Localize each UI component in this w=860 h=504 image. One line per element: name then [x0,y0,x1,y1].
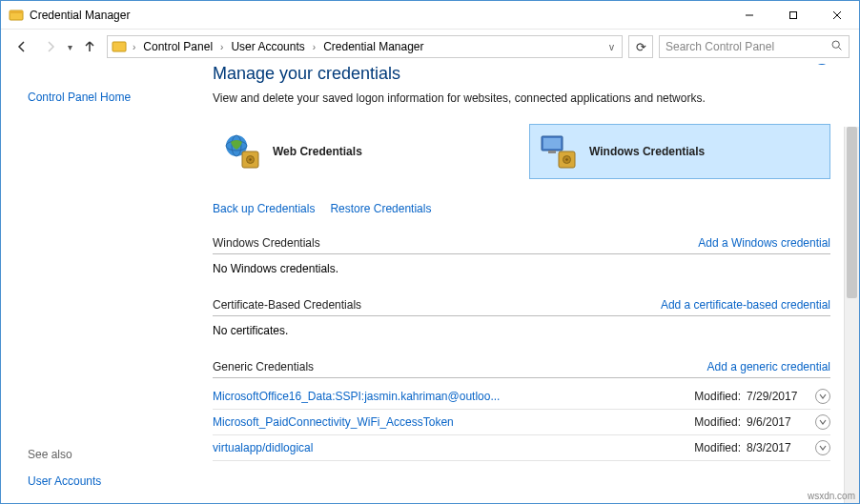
path-sep-icon: › [131,42,137,52]
credential-row[interactable]: Microsoft_PaidConnectivity_WiFi_AccessTo… [213,410,830,435]
help-icon[interactable]: ? [813,64,830,65]
svg-rect-16 [543,138,561,149]
help-row: ? [813,64,853,70]
app-icon [9,8,24,23]
add-generic-credential-link[interactable]: Add a generic credential [707,360,830,373]
svg-rect-17 [548,151,556,153]
credential-actions: Back up Credentials Restore Credentials [213,202,830,215]
restore-credentials-link[interactable]: Restore Credentials [330,202,431,215]
credential-name: Microsoft_PaidConnectivity_WiFi_AccessTo… [213,415,694,429]
globe-safe-icon [223,132,261,171]
backup-credentials-link[interactable]: Back up Credentials [213,202,315,215]
forward-button[interactable] [39,35,62,58]
scroll-thumb[interactable] [847,127,857,298]
body: Control Panel Home See also User Account… [1,64,859,504]
section-title: Windows Credentials [213,236,320,250]
page-subtitle: View and delete your saved logon informa… [213,91,830,105]
windows-credentials-tile[interactable]: Windows Credentials [529,124,830,179]
modified-label: Modified: [694,390,741,403]
path-sep-icon: › [218,42,225,52]
address-dropdown-icon[interactable]: v [605,42,618,52]
page-title: Manage your credentials [213,64,830,84]
titlebar: Credential Manager [1,1,859,30]
modified-date: 9/6/2017 [747,415,808,429]
generic-credentials-section: Generic Credentials Add a generic creden… [213,360,830,461]
chevron-down-icon[interactable] [815,440,830,455]
up-button[interactable] [78,35,101,58]
windows-credentials-section: Windows Credentials Add a Windows creden… [213,236,830,277]
search-placeholder: Search Control Panel [665,40,774,53]
credential-name: MicrosoftOffice16_Data:SSPI:jasmin.kahri… [213,390,694,403]
web-credentials-tile[interactable]: Web Credentials [213,124,514,179]
windows-credentials-label: Windows Credentials [589,145,705,158]
chevron-down-icon[interactable] [815,389,830,404]
refresh-button[interactable]: ⟳ [628,35,653,58]
svg-point-20 [565,158,567,160]
svg-line-8 [839,48,842,50]
modified-date: 7/29/2017 [747,390,808,403]
window-title: Credential Manager [30,9,727,22]
credential-row[interactable]: virtualapp/didlogical Modified: 8/3/2017 [213,435,830,461]
modified-label: Modified: [694,441,741,454]
svg-rect-6 [113,42,126,51]
section-title: Certificate-Based Credentials [213,298,361,312]
minimize-button[interactable] [727,1,771,30]
vertical-scrollbar[interactable] [844,127,859,504]
breadcrumb-control-panel[interactable]: Control Panel [141,40,215,53]
control-panel-home-link[interactable]: Control Panel Home [28,91,182,104]
search-icon [830,39,843,54]
svg-point-14 [249,158,251,160]
user-accounts-link[interactable]: User Accounts [28,474,182,488]
path-sep-icon: › [311,42,317,52]
credential-tiles: Web Credentials Windows Credentials [213,124,830,179]
add-windows-credential-link[interactable]: Add a Windows credential [698,236,830,250]
section-title: Generic Credentials [213,360,314,373]
watermark: wsxdn.com [808,491,855,501]
window-controls [727,1,859,30]
breadcrumb-credential-manager[interactable]: Credential Manager [321,40,425,53]
search-input[interactable]: Search Control Panel [659,35,850,58]
credential-row[interactable]: MicrosoftOffice16_Data:SSPI:jasmin.kahri… [213,384,830,410]
chevron-down-icon[interactable] [815,414,830,430]
sidebar: Control Panel Home See also User Account… [1,64,201,504]
svg-rect-1 [10,10,23,13]
breadcrumb-user-accounts[interactable]: User Accounts [229,40,306,53]
modified-label: Modified: [694,415,741,429]
svg-rect-3 [790,11,797,18]
address-bar[interactable]: › Control Panel › User Accounts › Creden… [107,35,623,58]
cert-empty-text: No certificates. [213,322,830,339]
windows-empty-text: No Windows credentials. [213,260,830,277]
modified-date: 8/3/2017 [747,441,808,454]
close-button[interactable] [815,1,859,30]
see-also-label: See also [28,448,182,461]
credential-name: virtualapp/didlogical [213,441,694,454]
svg-point-7 [832,41,839,48]
navbar: ▾ › Control Panel › User Accounts › Cred… [1,30,859,64]
recent-locations-button[interactable]: ▾ [68,42,72,52]
add-certificate-credential-link[interactable]: Add a certificate-based credential [661,298,830,312]
web-credentials-label: Web Credentials [273,145,362,158]
certificate-credentials-section: Certificate-Based Credentials Add a cert… [213,298,830,339]
path-icon [112,39,127,54]
monitor-safe-icon [540,132,578,171]
back-button[interactable] [10,35,33,58]
main-content: ? Manage your credentials View and delet… [201,64,859,504]
maximize-button[interactable] [771,1,815,30]
